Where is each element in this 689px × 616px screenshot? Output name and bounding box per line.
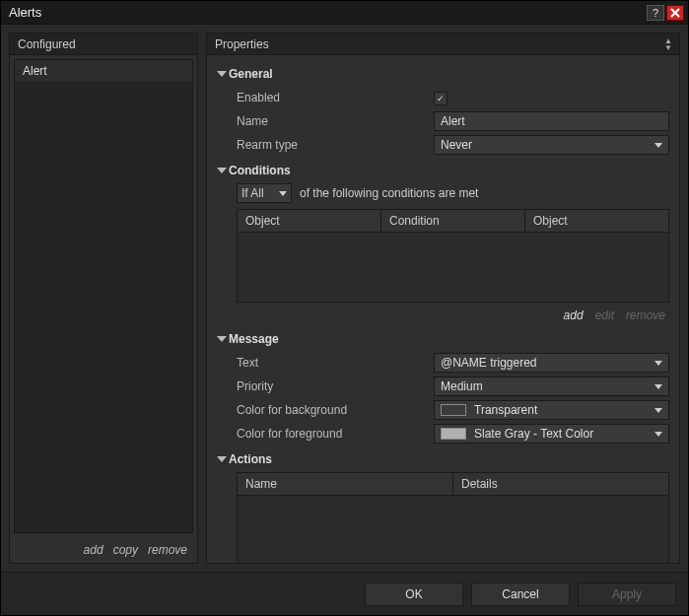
actions-header[interactable]: Actions xyxy=(219,452,669,466)
help-button[interactable]: ? xyxy=(647,5,664,21)
collapse-icon xyxy=(217,71,227,77)
section-message: Message Text @NAME triggered Priority Me… xyxy=(213,332,669,445)
text-combo[interactable]: @NAME triggered xyxy=(434,353,669,373)
alerts-dialog: Alerts ? Configured Alert add copy remov… xyxy=(0,0,689,616)
collapse-icon xyxy=(217,168,227,173)
collapse-icon xyxy=(217,456,227,462)
remove-link[interactable]: remove xyxy=(148,543,187,557)
list-item[interactable]: Alert xyxy=(15,60,192,83)
chevron-down-icon xyxy=(279,191,287,196)
text-label: Text xyxy=(237,356,434,370)
conditions-header[interactable]: Conditions xyxy=(219,164,669,177)
swatch-icon xyxy=(441,428,466,440)
chevron-down-icon xyxy=(655,432,662,437)
configured-panel: Configured Alert add copy remove xyxy=(9,33,198,564)
col-condition[interactable]: Condition xyxy=(381,210,525,232)
chevron-down-icon xyxy=(655,384,662,389)
fg-color-label: Color for foreground xyxy=(237,427,434,441)
conditions-add[interactable]: add xyxy=(564,308,584,322)
cancel-button[interactable]: Cancel xyxy=(471,582,570,606)
close-icon xyxy=(670,8,680,18)
bg-color-label: Color for background xyxy=(237,403,434,417)
general-header[interactable]: General xyxy=(219,67,669,81)
conditions-table: Object Condition Object xyxy=(237,209,669,303)
col-object2[interactable]: Object xyxy=(525,210,668,232)
conditions-remove: remove xyxy=(626,308,665,322)
priority-label: Priority xyxy=(237,379,434,393)
copy-link[interactable]: copy xyxy=(113,543,138,557)
section-general: General Enabled ✓ Name Alert Rearm type … xyxy=(213,67,669,156)
logic-select[interactable]: If All xyxy=(237,183,292,203)
name-input[interactable]: Alert xyxy=(434,111,669,131)
dialog-body: Configured Alert add copy remove Propert… xyxy=(1,25,688,572)
configured-list[interactable]: Alert xyxy=(14,59,193,533)
section-conditions: Conditions If All of the following condi… xyxy=(213,164,669,324)
chevron-down-icon xyxy=(655,143,662,148)
titlebar: Alerts ? xyxy=(1,1,688,25)
bg-color-select[interactable]: Transparent xyxy=(434,400,669,420)
scroll-spinner[interactable]: ▲ ▼ xyxy=(661,37,675,51)
dialog-footer: OK Cancel Apply xyxy=(1,572,688,615)
properties-body[interactable]: General Enabled ✓ Name Alert Rearm type … xyxy=(207,55,679,563)
conditions-tbody[interactable] xyxy=(238,233,668,302)
properties-header: Properties ▲ ▼ xyxy=(207,34,679,55)
conditions-suffix: of the following conditions are met xyxy=(300,186,478,200)
actions-tbody[interactable] xyxy=(238,496,668,563)
col-name[interactable]: Name xyxy=(238,473,453,495)
name-label: Name xyxy=(237,114,434,128)
chevron-down-icon xyxy=(655,361,662,366)
swatch-icon xyxy=(441,404,466,416)
message-header[interactable]: Message xyxy=(219,332,669,346)
close-button[interactable] xyxy=(666,5,684,21)
configured-header: Configured xyxy=(10,34,197,55)
chevron-down-icon[interactable]: ▼ xyxy=(664,44,672,51)
enabled-label: Enabled xyxy=(237,91,434,104)
ok-button[interactable]: OK xyxy=(365,582,463,606)
add-link[interactable]: add xyxy=(84,543,103,557)
priority-select[interactable]: Medium xyxy=(434,376,669,396)
window-title: Alerts xyxy=(9,5,645,20)
rearm-label: Rearm type xyxy=(237,138,434,152)
enabled-checkbox[interactable]: ✓ xyxy=(434,92,448,105)
col-details[interactable]: Details xyxy=(453,473,668,495)
conditions-edit: edit xyxy=(595,308,614,322)
section-actions: Actions Name Details xyxy=(213,452,669,563)
rearm-select[interactable]: Never xyxy=(434,135,669,155)
properties-panel: Properties ▲ ▼ General Enabled ✓ xyxy=(206,33,680,564)
conditions-actions: add edit remove xyxy=(237,303,669,324)
configured-actions: add copy remove xyxy=(10,537,197,563)
fg-color-select[interactable]: Slate Gray - Text Color xyxy=(434,424,669,444)
col-object[interactable]: Object xyxy=(238,210,381,232)
chevron-down-icon xyxy=(655,408,662,413)
collapse-icon xyxy=(217,336,227,342)
conditions-thead: Object Condition Object xyxy=(238,210,668,233)
actions-table: Name Details xyxy=(237,472,669,563)
actions-thead: Name Details xyxy=(238,473,668,496)
apply-button: Apply xyxy=(578,582,676,606)
